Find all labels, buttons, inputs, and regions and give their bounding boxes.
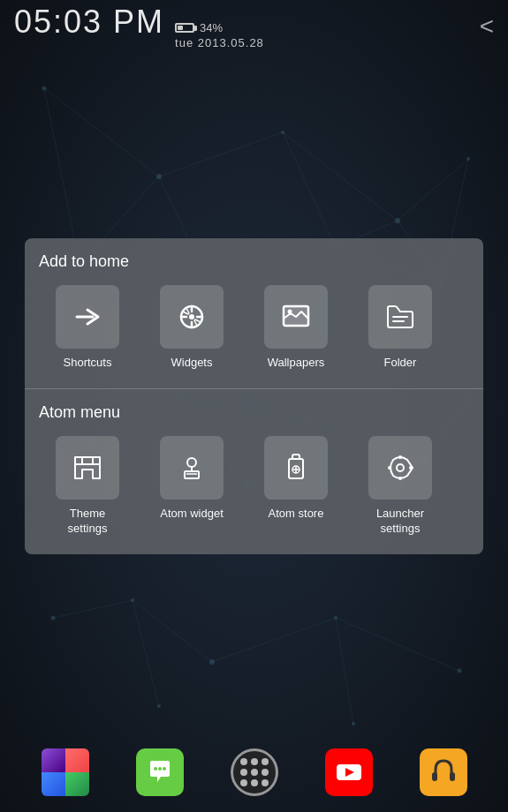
wallpapers-label: Wallpapers (268, 356, 325, 371)
svg-point-46 (352, 722, 355, 726)
folder-icon (383, 299, 418, 335)
svg-point-68 (388, 466, 391, 470)
svg-point-69 (409, 466, 413, 470)
mosaic-q4 (65, 772, 89, 796)
widgets-icon (174, 299, 209, 335)
launcher-app-graphic (231, 748, 278, 796)
atom-store-icon-box (264, 436, 328, 500)
status-info: 34% tue 2013.05.28 (175, 21, 264, 49)
folder-icon-box (368, 285, 432, 349)
svg-line-24 (336, 618, 353, 724)
launcher-dots-grid (240, 758, 269, 786)
svg-line-19 (53, 600, 133, 618)
widgets-icon-box (160, 285, 224, 349)
widgets-label: Widgets (171, 356, 213, 371)
folder-label: Folder (384, 356, 417, 371)
shortcuts-icon (70, 299, 105, 335)
atom-menu-title: Atom menu (39, 403, 469, 422)
launcher-dot (262, 779, 269, 786)
svg-line-9 (283, 132, 336, 247)
launcher-dot (240, 769, 247, 776)
launcher-dot (251, 758, 258, 765)
status-left: 05:03 PM 34% tue 2013.05.28 (14, 4, 264, 49)
chat-app-icon[interactable] (133, 746, 186, 799)
atom-store-item[interactable]: Atom store (247, 436, 345, 537)
headphones-app-icon[interactable] (417, 746, 470, 799)
add-to-home-grid: Shortcuts Widgets (39, 285, 469, 371)
theme-settings-icon (70, 450, 105, 485)
youtube-app-graphic (325, 748, 373, 796)
svg-line-21 (212, 618, 336, 662)
folder-item[interactable]: Folder (352, 285, 449, 371)
atom-store-label: Atom store (269, 507, 324, 522)
atom-menu-section: Atom menu Theme settings (25, 389, 483, 554)
svg-point-29 (466, 157, 470, 161)
battery-icon (175, 23, 194, 33)
mosaic-app-graphic (42, 748, 89, 796)
atom-widget-icon (174, 450, 209, 485)
svg-point-25 (42, 86, 47, 91)
atom-store-icon (278, 450, 314, 485)
chat-app-graphic (136, 748, 184, 796)
svg-line-3 (398, 159, 468, 221)
svg-rect-76 (450, 772, 455, 781)
svg-line-2 (283, 132, 398, 221)
theme-settings-label: Theme settings (68, 507, 108, 537)
svg-line-0 (44, 88, 159, 177)
svg-point-41 (131, 598, 134, 602)
theme-settings-icon-box (56, 436, 119, 500)
battery-fill (178, 26, 183, 30)
svg-point-65 (397, 464, 404, 471)
svg-point-57 (187, 458, 196, 467)
svg-point-28 (395, 218, 400, 223)
launcher-dot (240, 758, 247, 765)
svg-point-72 (163, 767, 166, 771)
launcher-dot (251, 779, 258, 786)
launcher-app-icon[interactable] (228, 746, 281, 799)
clock: 05:03 PM (14, 4, 164, 41)
svg-point-45 (157, 704, 161, 708)
youtube-icon (334, 757, 364, 787)
launcher-settings-icon (383, 450, 418, 485)
svg-point-48 (189, 314, 194, 320)
wallpapers-icon-box (264, 285, 328, 349)
mosaic-q3 (42, 772, 65, 796)
wallpapers-item[interactable]: Wallpapers (247, 285, 345, 371)
atom-widget-item[interactable]: Atom widget (143, 436, 240, 537)
shortcuts-item[interactable]: Shortcuts (39, 285, 136, 371)
battery-percent: 34% (200, 21, 223, 34)
atom-menu-grid: Theme settings Atom widget (39, 436, 469, 537)
atom-widget-label: Atom widget (160, 507, 224, 522)
add-to-home-modal: Add to home Shortcuts (25, 238, 483, 554)
svg-point-71 (158, 767, 162, 771)
mosaic-q2 (65, 748, 89, 772)
launcher-settings-item[interactable]: Launcher settings (352, 436, 449, 537)
taskbar (0, 733, 508, 812)
svg-point-70 (154, 767, 157, 771)
status-bar: 05:03 PM 34% tue 2013.05.28 < (0, 0, 508, 53)
svg-line-23 (133, 600, 159, 706)
svg-line-1 (159, 132, 283, 177)
svg-point-43 (334, 616, 337, 620)
theme-settings-item[interactable]: Theme settings (39, 436, 136, 537)
svg-point-66 (398, 455, 402, 459)
svg-line-22 (336, 618, 459, 671)
svg-point-40 (51, 616, 56, 620)
wallpapers-icon (278, 299, 314, 335)
youtube-app-icon[interactable] (322, 746, 375, 799)
mosaic-q1 (42, 748, 65, 772)
headphones-app-graphic (420, 748, 467, 796)
chat-bubble-icon (145, 757, 175, 787)
date-display: tue 2013.05.28 (175, 36, 264, 49)
back-button[interactable]: < (480, 12, 494, 41)
launcher-dot (240, 779, 247, 786)
mosaic-app-icon[interactable] (39, 746, 92, 799)
shortcuts-icon-box (56, 285, 119, 349)
svg-point-67 (398, 477, 402, 480)
launcher-dot (251, 769, 258, 776)
atom-widget-icon-box (160, 436, 224, 500)
svg-rect-75 (432, 772, 437, 781)
widgets-item[interactable]: Widgets (143, 285, 240, 371)
svg-line-20 (133, 600, 212, 662)
svg-rect-58 (185, 471, 199, 478)
